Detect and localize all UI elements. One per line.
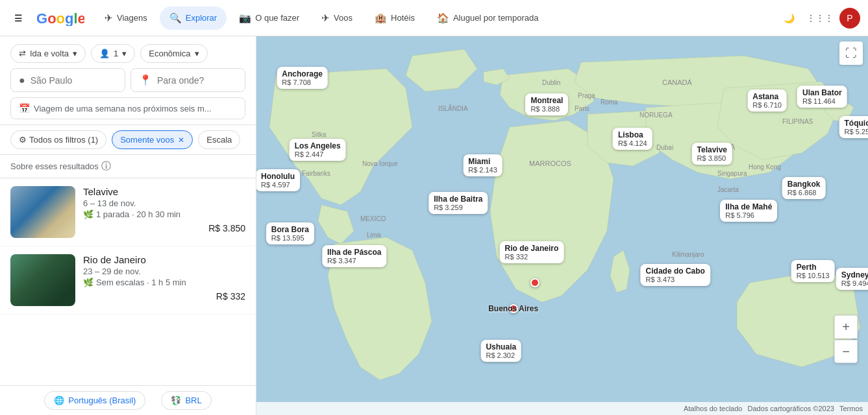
city-name-ilha-mahe: Ilha de Mahé: [725, 202, 772, 211]
person-icon: 👤: [99, 49, 110, 58]
map-footer: Atalhos do teclado Dados cartográficos ©…: [256, 402, 868, 415]
dest-input[interactable]: [157, 75, 237, 86]
user-avatar[interactable]: P: [839, 8, 860, 29]
city-name-astana: Astana: [752, 92, 782, 101]
map-label-lisboa[interactable]: LisboaR$ 4.124: [613, 128, 652, 150]
svg-text:NORUEGA: NORUEGA: [639, 112, 673, 119]
apps-menu[interactable]: ⋮⋮⋮: [808, 6, 832, 30]
city-price-ushuaia: R$ 2.302: [486, 351, 516, 359]
tab-voos[interactable]: ✈ Voos: [312, 6, 362, 30]
circle-icon: ●: [19, 75, 25, 86]
svg-text:CANADÁ: CANADÁ: [662, 78, 693, 86]
map-label-toquio[interactable]: TóquioR$ 5.258: [839, 116, 868, 138]
somente-voos-chip[interactable]: Somente voos ✕: [112, 130, 193, 149]
city-name-montreal: Montreal: [530, 96, 563, 105]
map-label-honolulu[interactable]: HonoluluR$ 4.597: [256, 169, 300, 191]
svg-text:Lima: Lima: [367, 231, 381, 239]
map-label-rio-janeiro[interactable]: Rio de JaneiroR$ 332: [500, 241, 564, 263]
map-label-ilha-baitra[interactable]: Ilha de BaitraR$ 3.259: [428, 192, 488, 214]
map-label-bangkok[interactable]: BangkokR$ 6.868: [782, 177, 826, 199]
map-label-ulan-bator[interactable]: Ulan BatorR$ 11.464: [797, 86, 847, 108]
map-label-ushuaia[interactable]: UshuaiaR$ 2.302: [480, 340, 521, 362]
hamburger-menu[interactable]: ☰: [8, 8, 29, 29]
city-price-anchorage: R$ 7.708: [282, 78, 323, 86]
map-label-cidade-cabo[interactable]: Cidade do CaboR$ 3.473: [641, 264, 710, 286]
tab-aluguel[interactable]: 🏠 Aluguel por temporada: [427, 6, 549, 30]
tab-viagens[interactable]: ✈ Viagens: [95, 6, 157, 30]
svg-text:Hong Kong: Hong Kong: [749, 163, 781, 171]
origin-input-box[interactable]: ●: [10, 68, 125, 92]
city-price-toquio: R$ 5.258: [845, 128, 868, 136]
map-label-ilha-pascoa[interactable]: Ilha de PáscoaR$ 3.347: [322, 245, 386, 267]
tab-hoteis[interactable]: 🏨 Hotéis: [365, 6, 425, 30]
map-label-sydney[interactable]: SydneyR$ 9.494: [836, 268, 868, 290]
city-price-perth: R$ 10.513: [797, 272, 830, 279]
escala-chip[interactable]: Escala: [198, 130, 240, 149]
plane-icon: ✈: [105, 12, 113, 24]
map-label-perth[interactable]: PerthR$ 10.513: [791, 260, 835, 282]
city-price-cidade-cabo: R$ 3.473: [646, 276, 705, 283]
close-icon[interactable]: ✕: [178, 136, 184, 145]
city-price-ilha-baitra: R$ 3.259: [434, 204, 482, 211]
language-button[interactable]: 🌐 Português (Brasil): [44, 391, 145, 410]
chevron-down-icon: ▾: [73, 49, 77, 58]
result-image-telavive: [10, 186, 75, 238]
result-image-rio: [10, 254, 75, 306]
map-label-astana[interactable]: AstanaR$ 6.710: [747, 89, 787, 112]
left-panel: ⇄ Ida e volta ▾ 👤 1 ▾ Econômica ▾ ●: [0, 36, 256, 415]
all-filters-chip[interactable]: ⚙ Todos os filtros (1): [10, 130, 106, 149]
map-label-los-angeles[interactable]: Los AngelesR$ 2.447: [290, 139, 346, 161]
dest-input-box[interactable]: 📍: [130, 68, 245, 92]
result-list: Telavive 6 – 13 de nov. 🌿 1 parada · 20 …: [0, 178, 256, 385]
svg-text:Roma: Roma: [601, 99, 618, 106]
leaf-icon: 🌿: [83, 209, 93, 219]
map-label-telavive[interactable]: TelaviveR$ 3.850: [692, 143, 732, 165]
city-price-los-angeles: R$ 2.447: [295, 150, 341, 158]
result-card-telavive[interactable]: Telavive 6 – 13 de nov. 🌿 1 parada · 20 …: [0, 178, 256, 246]
zoom-in-button[interactable]: +: [834, 315, 858, 338]
city-name-rio-janeiro: Rio de Janeiro: [505, 244, 559, 253]
city-name-ulan-bator: Ulan Bator: [802, 88, 842, 97]
flight-icon: ✈: [321, 12, 330, 24]
info-icon[interactable]: ⓘ: [101, 160, 111, 172]
svg-text:Dubai: Dubai: [656, 144, 673, 151]
currency-button[interactable]: 💱 BRL: [161, 391, 211, 410]
city-name-anchorage: Anchorage: [282, 69, 323, 78]
passengers-dropdown[interactable]: 👤 1 ▾: [91, 44, 135, 63]
map-label-ilha-mahe[interactable]: Ilha de MahéR$ 5.796: [720, 200, 777, 222]
dark-mode-toggle[interactable]: 🌙: [777, 6, 800, 30]
map-area[interactable]: MARROCOS CHINA FILIPINAS CANADÁ ISLÂNDIA…: [256, 36, 868, 415]
buenos-aires-label: Buenos Aires: [488, 304, 538, 313]
map-label-montreal[interactable]: MontrealR$ 3.888: [525, 93, 568, 115]
svg-text:Paris: Paris: [575, 105, 589, 112]
date-picker[interactable]: 📅 Viagem de uma semana nos próximos seis…: [10, 97, 245, 119]
map-label-anchorage[interactable]: AnchorageR$ 7.708: [277, 67, 328, 89]
nav-tabs: ✈ Viagens 🔍 Explorar 📷 O que fazer ✈ Voo…: [95, 6, 548, 30]
class-dropdown[interactable]: Econômica ▾: [140, 44, 207, 63]
result-info-telavive: Telavive 6 – 13 de nov. 🌿 1 parada · 20 …: [83, 186, 245, 238]
svg-text:Kilimanjaro: Kilimanjaro: [672, 251, 704, 258]
city-name-cidade-cabo: Cidade do Cabo: [646, 267, 705, 276]
house-icon: 🏠: [437, 12, 449, 24]
zoom-out-button[interactable]: −: [834, 340, 858, 363]
city-price-astana: R$ 6.710: [752, 101, 782, 109]
svg-text:Nova Iorque: Nova Iorque: [362, 160, 398, 167]
city-price-ilha-pascoa: R$ 3.347: [327, 257, 381, 265]
map-label-bora-bora[interactable]: Bora BoraR$ 13.595: [266, 222, 314, 244]
trip-type-dropdown[interactable]: ⇄ Ida e volta ▾: [10, 44, 86, 63]
result-meta-rio: 🌿 Sem escalas · 1 h 5 min: [83, 278, 245, 287]
fullscreen-button[interactable]: ⛶: [839, 42, 863, 65]
sao-paulo-pin[interactable]: [530, 278, 539, 287]
tab-o-que-fazer[interactable]: 📷 O que fazer: [229, 6, 309, 30]
calendar-icon: 📅: [19, 103, 30, 113]
currency-icon: 💱: [171, 396, 181, 405]
city-price-bora-bora: R$ 13.595: [271, 234, 309, 242]
svg-text:Singapura: Singapura: [717, 170, 747, 177]
origin-input[interactable]: [31, 75, 117, 86]
chevron-down-icon-2: ▾: [122, 49, 127, 58]
moon-icon: 🌙: [784, 13, 795, 23]
tab-explorar[interactable]: 🔍 Explorar: [160, 6, 227, 30]
map-label-miami[interactable]: MiamiR$ 2.143: [463, 154, 502, 176]
svg-text:MARROCOS: MARROCOS: [529, 160, 571, 167]
result-card-rio[interactable]: Rio de Janeiro 23 – 29 de nov. 🌿 Sem esc…: [0, 246, 256, 314]
